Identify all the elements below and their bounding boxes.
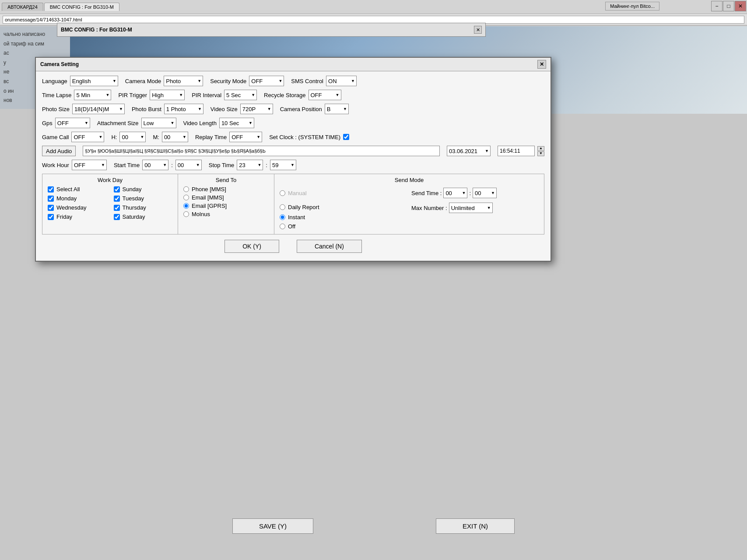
video-size-label: Video Size [210, 106, 238, 112]
time-lapse-select[interactable]: 5 Min [74, 90, 111, 100]
settings-row-7: Work Hour OFF Start Time 00 : 00 [42, 160, 544, 170]
time-down-button[interactable]: ▼ [537, 151, 544, 156]
send-time-m-select[interactable]: 00 [473, 188, 497, 198]
email-mms-radio[interactable] [183, 195, 189, 200]
instant-label: Instant [288, 214, 305, 220]
email-gprs-radio[interactable] [183, 203, 189, 209]
recycle-storage-select[interactable]: OFF [309, 90, 341, 100]
friday-checkbox[interactable] [48, 214, 54, 220]
inner-close-icon[interactable]: ✕ [474, 26, 482, 34]
set-clock-checkbox[interactable] [343, 134, 349, 140]
monday-checkbox[interactable] [48, 196, 54, 202]
select-all-checkbox[interactable] [48, 186, 54, 192]
saturday-checkbox[interactable] [114, 214, 120, 220]
date-group: 03.06.2021 [447, 146, 491, 156]
time-up-button[interactable]: ▲ [537, 146, 544, 151]
thursday-row: Thursday [114, 204, 173, 211]
daily-report-radio[interactable] [280, 204, 285, 210]
video-size-select[interactable]: 720P [240, 104, 273, 114]
start-time-label: Start Time [114, 162, 140, 168]
video-size-group: Video Size 720P [210, 104, 273, 114]
gps-select[interactable]: OFF [55, 118, 90, 128]
video-size-select-wrapper: 720P [240, 104, 273, 114]
restore-button[interactable]: □ [723, 1, 734, 11]
sms-control-select[interactable]: ON [326, 76, 357, 86]
daily-report-label: Daily Report [288, 204, 319, 210]
pir-trigger-select[interactable]: High [150, 90, 185, 100]
pir-interval-select[interactable]: 5 Sec [224, 90, 257, 100]
cancel-button[interactable]: Cancel (N) [297, 240, 362, 253]
dialog-close-button[interactable]: ✕ [537, 60, 546, 69]
attachment-size-select[interactable]: Low [141, 118, 176, 128]
instant-radio[interactable] [280, 214, 285, 220]
photo-size-group: Photo Size 18(D)/14(N)M [42, 104, 125, 114]
stop-m-select[interactable]: 59 [270, 160, 296, 170]
off-radio[interactable] [280, 224, 285, 229]
language-select[interactable]: English [70, 76, 118, 86]
max-number-select[interactable]: Unlimited [449, 203, 493, 213]
sms-control-group: SMS Control ON [291, 76, 357, 86]
saturday-row: Saturday [114, 214, 173, 220]
stop-time-group: Stop Time 23 : 59 [209, 160, 296, 170]
sunday-checkbox[interactable] [114, 186, 120, 192]
browser-tab-bar: АВТОКАРД24 BMC CONFIG : For BG310-M Майн… [0, 0, 747, 14]
send-time-h-select[interactable]: 00 [443, 188, 467, 198]
molnus-radio[interactable] [183, 211, 189, 217]
bottom-button-row: SAVE (Y) EXIT (N) [0, 518, 747, 534]
security-mode-select[interactable]: OFF [249, 76, 284, 86]
camera-mode-select[interactable]: Photo [164, 76, 203, 86]
minimize-button[interactable]: − [711, 1, 722, 11]
replay-time-select[interactable]: OFF [229, 132, 262, 142]
camera-position-select-wrapper: B [325, 104, 349, 114]
time-input[interactable] [498, 146, 535, 156]
gps-select-wrapper: OFF [55, 118, 90, 128]
photo-size-select[interactable]: 18(D)/14(N)M [72, 104, 125, 114]
close-button[interactable]: ✕ [735, 1, 746, 11]
camera-dialog: Camera Setting ✕ Language English Camera… [35, 57, 551, 262]
browser-tab-1[interactable]: АВТОКАРД24 [2, 3, 43, 11]
manual-radio[interactable] [280, 190, 285, 196]
pir-interval-label: PIR Interval [192, 92, 221, 98]
monday-label: Monday [56, 195, 77, 202]
video-length-select[interactable]: 10 Sec [219, 118, 254, 128]
pir-interval-group: PIR Interval 5 Sec [192, 90, 257, 100]
wednesday-checkbox[interactable] [48, 205, 54, 211]
start-h-select[interactable]: 00 [142, 160, 168, 170]
tuesday-checkbox[interactable] [114, 196, 120, 202]
camera-position-select[interactable]: B [325, 104, 349, 114]
send-time-label: Send Time : [411, 190, 442, 196]
address-bar[interactable] [3, 16, 744, 24]
max-number-label: Max Number : [411, 205, 447, 211]
phone-mms-radio[interactable] [183, 186, 189, 192]
video-length-label: Video Length [183, 120, 217, 126]
video-length-group: Video Length 10 Sec [183, 118, 254, 128]
ok-button[interactable]: OK (Y) [224, 240, 279, 253]
work-hour-select[interactable]: OFF [72, 160, 107, 170]
m-label: M: [153, 134, 159, 140]
send-time-colon: : [469, 190, 471, 196]
m-select[interactable]: 00 [162, 132, 188, 142]
browser-tab-2[interactable]: BMC CONFIG : For BG310-M [44, 3, 119, 11]
send-mode-grid: Manual Send Time : 00 : [280, 186, 539, 231]
pir-trigger-select-wrapper: High [150, 90, 185, 100]
save-button[interactable]: SAVE (Y) [232, 518, 313, 534]
start-m-select[interactable]: 00 [175, 160, 202, 170]
thursday-checkbox[interactable] [114, 205, 120, 211]
max-number-select-wrapper: Unlimited [449, 203, 493, 213]
work-hour-label: Work Hour [42, 162, 69, 168]
browser-tab-3[interactable]: Майнинг-пул Bitco... [605, 2, 659, 10]
add-audio-button[interactable]: Add Audio [42, 146, 76, 156]
work-day-panel: Work Day Select All Sunday Monday [42, 174, 178, 234]
stop-h-select[interactable]: 23 [237, 160, 263, 170]
monday-row: Monday [48, 195, 107, 202]
time-group: ▲ ▼ [498, 146, 544, 156]
game-call-select[interactable]: OFF [71, 132, 104, 142]
exit-button[interactable]: EXIT (N) [436, 518, 515, 534]
h-select[interactable]: 00 [119, 132, 146, 142]
off-row: Off [280, 223, 407, 230]
replay-time-group: Replay Time OFF [195, 132, 262, 142]
date-select[interactable]: 03.06.2021 [447, 146, 491, 156]
photo-burst-select[interactable]: 1 Photo [164, 104, 203, 114]
manual-label: Manual [288, 190, 307, 196]
work-hour-group: Work Hour OFF [42, 160, 107, 170]
